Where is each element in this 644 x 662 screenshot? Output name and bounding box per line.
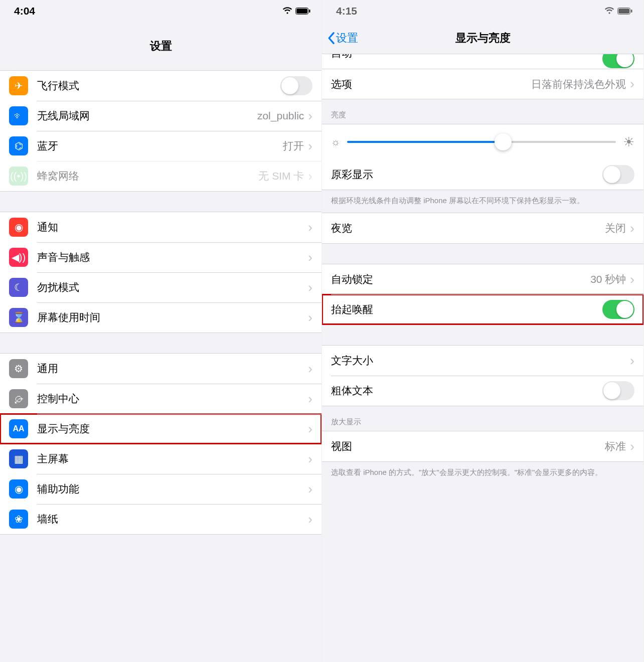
wifi-status-icon (604, 5, 614, 17)
nav-bar: 设置 显示与亮度 (322, 22, 643, 54)
settings-row-显示与亮度[interactable]: AA显示与亮度› (0, 414, 321, 444)
row-label: 声音与触感 (37, 250, 308, 264)
view-value: 标准 (605, 439, 626, 453)
chevron-right-icon: › (630, 272, 634, 287)
settings-row-无线局域网[interactable]: ᯤ无线局域网zol_public› (0, 101, 321, 131)
status-bar: 4:04 (0, 0, 321, 22)
brightness-header: 亮度 (322, 99, 643, 124)
dnd-icon: ☾ (9, 278, 28, 297)
settings-row-屏幕使用时间[interactable]: ⌛屏幕使用时间› (0, 302, 321, 333)
settings-row-蜂窝网络[interactable]: ((•))蜂窝网络无 SIM 卡› (0, 161, 321, 191)
row-value: 打开 (283, 139, 304, 153)
chevron-right-icon: › (308, 361, 312, 377)
auto-appearance-row-partial[interactable]: 自动 (322, 54, 643, 69)
zoom-header: 放大显示 (322, 406, 643, 431)
bold-text-label: 粗体文本 (331, 384, 602, 398)
true-tone-footer: 根据环境光线条件自动调整 iPhone 屏幕以在不同环境下保持色彩显示一致。 (322, 190, 643, 213)
chevron-right-icon: › (630, 353, 634, 369)
true-tone-label: 原彩显示 (331, 168, 602, 182)
raise-to-wake-row[interactable]: 抬起唤醒 (322, 294, 643, 324)
true-tone-row[interactable]: 原彩显示 (322, 159, 643, 190)
svg-rect-2 (309, 10, 310, 13)
settings-row-蓝牙[interactable]: ⌬蓝牙打开› (0, 131, 321, 161)
status-bar: 4:15 (322, 0, 643, 22)
battery-status-icon (617, 5, 632, 17)
view-label: 视图 (331, 439, 605, 453)
row-label: 主屏幕 (37, 452, 308, 466)
nav-title: 显示与亮度 (455, 31, 511, 46)
settings-row-墙纸[interactable]: ❀墙纸› (0, 504, 321, 534)
wifi-icon: ᯤ (9, 106, 28, 125)
bluetooth-icon: ⌬ (9, 136, 28, 155)
night-shift-row[interactable]: 夜览 关闭 › (322, 213, 643, 243)
true-tone-toggle[interactable] (602, 165, 634, 184)
settings-row-通知[interactable]: ◉通知› (0, 212, 321, 242)
chevron-right-icon: › (308, 280, 312, 295)
chevron-right-icon: › (308, 220, 312, 235)
status-time: 4:04 (14, 5, 35, 17)
chevron-right-icon: › (308, 108, 312, 124)
text-size-label: 文字大小 (331, 354, 630, 368)
row-label: 显示与亮度 (37, 422, 308, 436)
row-value: 无 SIM 卡 (258, 169, 304, 183)
status-icons (282, 5, 310, 17)
text-size-row[interactable]: 文字大小 › (322, 346, 643, 376)
raise-to-wake-toggle[interactable] (602, 300, 634, 319)
settings-row-辅助功能[interactable]: ◉辅助功能› (0, 474, 321, 504)
chevron-right-icon: › (308, 421, 312, 437)
bold-text-toggle[interactable] (602, 381, 634, 400)
svg-rect-4 (618, 9, 629, 14)
settings-row-通用[interactable]: ⚙通用› (0, 354, 321, 384)
auto-label: 自动 (331, 54, 602, 60)
status-icons (604, 5, 632, 17)
settings-row-勿扰模式[interactable]: ☾勿扰模式› (0, 272, 321, 302)
row-label: 墙纸 (37, 512, 308, 526)
sun-small-icon: ☼ (331, 136, 340, 148)
row-label: 蓝牙 (37, 139, 283, 153)
brightness-slider-row[interactable]: ☼ ☀ (322, 124, 643, 159)
chevron-right-icon: › (630, 439, 634, 454)
display-brightness-screen: 4:15 设置 显示与亮度 自动 选项 日落前保持浅色外观 › 亮度 ☼ (322, 0, 644, 662)
svg-rect-5 (631, 10, 632, 13)
notifications-icon: ◉ (9, 218, 28, 237)
settings-row-飞行模式[interactable]: ✈飞行模式 (0, 71, 321, 101)
airplane-icon: ✈ (9, 76, 28, 95)
nav-title: 设置 (150, 39, 172, 54)
auto-lock-row[interactable]: 自动锁定 30 秒钟 › (322, 264, 643, 294)
view-footer: 选取查看 iPhone 的方式。"放大"会显示更大的控制项。"标准"会显示更多的… (322, 462, 643, 484)
night-shift-value: 关闭 (605, 221, 626, 235)
control-center-icon: ⌮ (9, 389, 28, 408)
bold-text-row[interactable]: 粗体文本 (322, 376, 643, 406)
settings-row-控制中心[interactable]: ⌮控制中心› (0, 384, 321, 414)
sound-icon: ◀)) (9, 248, 28, 267)
auto-toggle[interactable] (602, 54, 634, 68)
auto-lock-value: 30 秒钟 (590, 272, 626, 286)
settings-row-声音与触感[interactable]: ◀))声音与触感› (0, 242, 321, 272)
chevron-right-icon: › (308, 250, 312, 265)
row-label: 蜂窝网络 (37, 169, 258, 183)
chevron-right-icon: › (308, 481, 312, 497)
chevron-right-icon: › (630, 76, 634, 92)
settings-row-主屏幕[interactable]: ▦主屏幕› (0, 444, 321, 474)
cellular-icon: ((•)) (9, 167, 28, 186)
screentime-icon: ⌛ (9, 308, 28, 327)
options-value: 日落前保持浅色外观 (531, 77, 626, 91)
chevron-right-icon: › (308, 451, 312, 467)
row-label: 飞行模式 (37, 79, 280, 93)
row-label: 辅助功能 (37, 482, 308, 496)
home-screen-icon: ▦ (9, 449, 28, 468)
chevron-right-icon: › (630, 221, 634, 236)
nav-bar: 设置 (0, 22, 321, 70)
slider-thumb[interactable] (495, 133, 512, 150)
row-label: 通用 (37, 362, 308, 376)
back-button[interactable]: 设置 (327, 31, 358, 46)
brightness-slider[interactable] (347, 141, 616, 143)
row-label: 通知 (37, 220, 308, 234)
back-label: 设置 (336, 31, 358, 46)
toggle[interactable] (280, 76, 312, 95)
auto-lock-label: 自动锁定 (331, 272, 590, 286)
chevron-right-icon: › (308, 512, 312, 527)
options-row[interactable]: 选项 日落前保持浅色外观 › (322, 69, 643, 99)
status-time: 4:15 (336, 5, 357, 17)
view-row[interactable]: 视图 标准 › (322, 431, 643, 461)
